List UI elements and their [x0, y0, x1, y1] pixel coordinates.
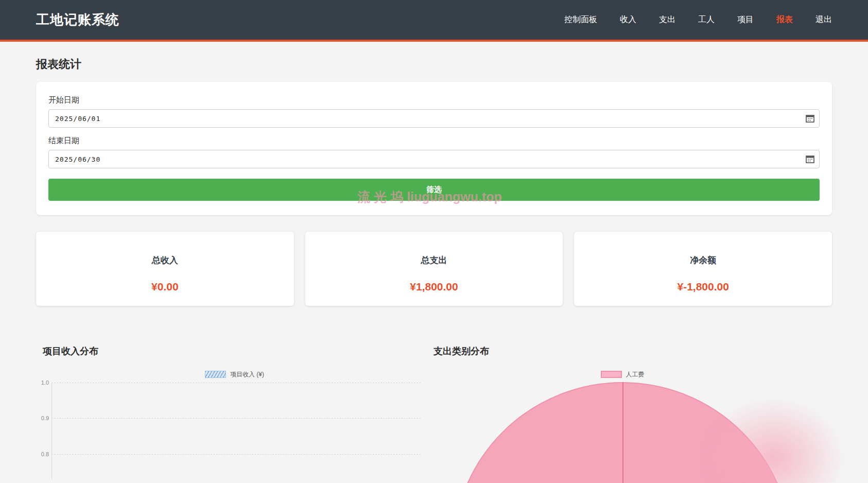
pie-legend-label: 人工费 — [626, 370, 645, 379]
total-expense-card: 总支出 ¥1,800.00 — [305, 232, 563, 306]
filter-submit-button[interactable]: 筛选 — [48, 179, 820, 201]
end-date-input[interactable] — [48, 150, 820, 168]
y-tick-label: 1.0 — [36, 380, 49, 386]
net-balance-value: ¥-1,800.00 — [677, 281, 728, 293]
start-date-label: 开始日期 — [48, 95, 820, 105]
nav-item-reports[interactable]: 报表 — [776, 14, 793, 25]
date-filter-card: 开始日期 结束日期 — [36, 82, 832, 215]
y-axis-line — [51, 383, 52, 479]
total-income-value: ¥0.00 — [151, 281, 179, 293]
pie-chart-legend[interactable]: 人工费 — [423, 371, 822, 378]
y-tick-label: 0.9 — [36, 415, 49, 421]
net-balance-title: 净余额 — [690, 254, 716, 266]
nav-item-logout[interactable]: 退出 — [815, 14, 832, 25]
page-title: 报表统计 — [36, 57, 832, 72]
nav-item-income[interactable]: 收入 — [620, 14, 636, 25]
charts-row: 项目收入分布 项目收入 (¥) 1.0 0.9 0.8 支出类别分布 人工费 — [36, 345, 832, 479]
calendar-icon[interactable] — [806, 114, 814, 123]
y-tick-label: 0.8 — [36, 451, 49, 457]
end-date-field-wrap — [48, 150, 820, 168]
total-income-card: 总收入 ¥0.00 — [36, 232, 294, 306]
bar-chart-legend[interactable]: 项目收入 (¥) — [42, 371, 427, 378]
project-income-chart-title: 项目收入分布 — [36, 345, 421, 357]
app-brand[interactable]: 工地记账系统 — [36, 11, 119, 29]
gridline — [51, 454, 421, 455]
start-date-input[interactable] — [48, 109, 820, 128]
project-income-chart: 项目收入分布 项目收入 (¥) 1.0 0.9 0.8 — [36, 345, 421, 479]
total-income-title: 总收入 — [152, 254, 178, 266]
nav-links: 控制面板 收入 支出 工人 项目 报表 退出 — [564, 14, 832, 25]
end-date-label: 结束日期 — [48, 136, 820, 146]
legend-swatch-hatched-blue-icon — [205, 371, 226, 378]
pie-slice-divider — [622, 382, 623, 483]
main-content: 报表统计 开始日期 结束日期 — [0, 57, 868, 479]
nav-item-expense[interactable]: 支出 — [659, 14, 675, 25]
gridline — [51, 418, 421, 419]
total-expense-value: ¥1,800.00 — [410, 281, 458, 293]
legend-swatch-pink-icon — [601, 371, 622, 378]
gridline — [51, 383, 421, 383]
navbar: 工地记账系统 控制面板 收入 支出 工人 项目 报表 退出 — [0, 0, 868, 42]
total-expense-title: 总支出 — [421, 254, 447, 266]
expense-category-chart: 支出类别分布 人工费 — [433, 345, 832, 479]
expense-category-chart-title: 支出类别分布 — [433, 345, 832, 357]
bar-legend-label: 项目收入 (¥) — [230, 370, 264, 379]
net-balance-card: 净余额 ¥-1,800.00 — [574, 232, 832, 306]
summary-stats-row: 总收入 ¥0.00 总支出 ¥1,800.00 净余额 ¥-1,800.00 — [36, 232, 832, 306]
calendar-icon[interactable] — [806, 155, 814, 163]
bar-chart-plot-area: 1.0 0.9 0.8 — [36, 383, 421, 479]
nav-item-workers[interactable]: 工人 — [698, 14, 715, 25]
start-date-field-wrap — [48, 109, 820, 128]
nav-item-dashboard[interactable]: 控制面板 — [564, 14, 597, 25]
nav-item-projects[interactable]: 项目 — [737, 14, 754, 25]
